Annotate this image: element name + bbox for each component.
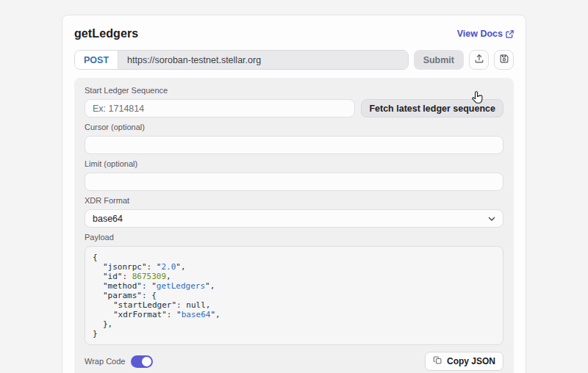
wrap-code-label: Wrap Code [85, 357, 125, 366]
code-token: , [166, 272, 171, 281]
chevron-down-icon [487, 214, 496, 225]
xdr-format-label: XDR Format [85, 196, 503, 206]
code-token: "xdrFormat": " [113, 310, 182, 319]
code-token: "params": { [103, 291, 157, 300]
code-token: "method": " [103, 281, 157, 291]
page-title: getLedgers [74, 27, 138, 40]
code-token-number: 8675309 [132, 272, 166, 281]
fetch-latest-ledger-button[interactable]: Fetch latest ledger sequence [361, 99, 503, 117]
code-token: ", [176, 262, 185, 272]
code-token-string: getLedgers [157, 281, 205, 291]
save-button[interactable] [494, 50, 514, 70]
url-field-group: POST [74, 50, 409, 70]
code-token: ", [205, 281, 215, 291]
xdr-format-select[interactable]: base64 [85, 209, 503, 228]
xdr-format-selected-value: base64 [93, 214, 123, 224]
payload-code-block[interactable]: { "jsonrpc": "2.0", "id": 8675309, "meth… [85, 246, 503, 345]
limit-label: Limit (optional) [85, 159, 503, 169]
code-line: "startLedger": null, [93, 300, 495, 310]
code-line: "id": 8675309, [93, 272, 495, 281]
code-token: }, [103, 319, 112, 329]
code-token-string: base64 [182, 310, 211, 319]
limit-input[interactable] [85, 173, 503, 191]
cursor-field: Cursor (optional) [85, 123, 503, 154]
toggle-knob [142, 357, 151, 366]
wrap-code-toggle[interactable] [131, 355, 153, 368]
url-input[interactable] [118, 51, 408, 69]
save-icon [499, 54, 509, 67]
code-footer-row: Wrap Code Copy JSON [85, 352, 503, 371]
copy-icon [433, 355, 442, 367]
cursor-label: Cursor (optional) [85, 123, 503, 132]
code-token: } [93, 329, 98, 338]
code-token: "startLedger": [113, 300, 186, 310]
http-method-badge: POST [75, 51, 118, 69]
code-line: "method": "getLedgers", [93, 281, 495, 291]
payload-field: Payload { "jsonrpc": "2.0", "id": 867530… [85, 233, 503, 345]
code-token: "id": [103, 272, 132, 281]
request-bar: POST Submit [74, 50, 514, 70]
request-form-section: Start Ledger Sequence Fetch latest ledge… [74, 78, 514, 373]
start-ledger-field: Start Ledger Sequence Fetch latest ledge… [85, 86, 503, 117]
code-token-string: 2.0 [161, 262, 176, 272]
code-line: "xdrFormat": "base64", [93, 310, 495, 319]
code-token: ", [210, 310, 220, 319]
copy-json-label: Copy JSON [447, 356, 495, 366]
start-ledger-label: Start Ledger Sequence [85, 86, 503, 95]
external-link-icon [506, 30, 514, 38]
code-token: , [206, 300, 211, 310]
share-button[interactable] [469, 50, 489, 70]
code-line: { [93, 253, 495, 262]
code-token: { [93, 253, 98, 262]
share-icon [474, 54, 484, 67]
xdr-format-field: XDR Format base64 [85, 196, 503, 228]
view-docs-label: View Docs [457, 29, 503, 39]
copy-json-button[interactable]: Copy JSON [425, 352, 503, 371]
code-line: }, [93, 319, 495, 329]
card-header: getLedgers View Docs [74, 27, 514, 40]
code-line: "jsonrpc": "2.0", [93, 262, 495, 272]
limit-field: Limit (optional) [85, 159, 503, 191]
start-ledger-input[interactable] [85, 99, 355, 117]
endpoint-card: getLedgers View Docs POST Submit [62, 15, 526, 373]
cursor-input[interactable] [85, 136, 503, 154]
code-line: } [93, 329, 495, 338]
code-token-null: null [186, 300, 206, 310]
code-line: "params": { [93, 291, 495, 300]
view-docs-link[interactable]: View Docs [457, 29, 514, 39]
payload-label: Payload [85, 233, 503, 242]
submit-button[interactable]: Submit [414, 50, 464, 70]
code-token: "jsonrpc": " [103, 262, 161, 272]
